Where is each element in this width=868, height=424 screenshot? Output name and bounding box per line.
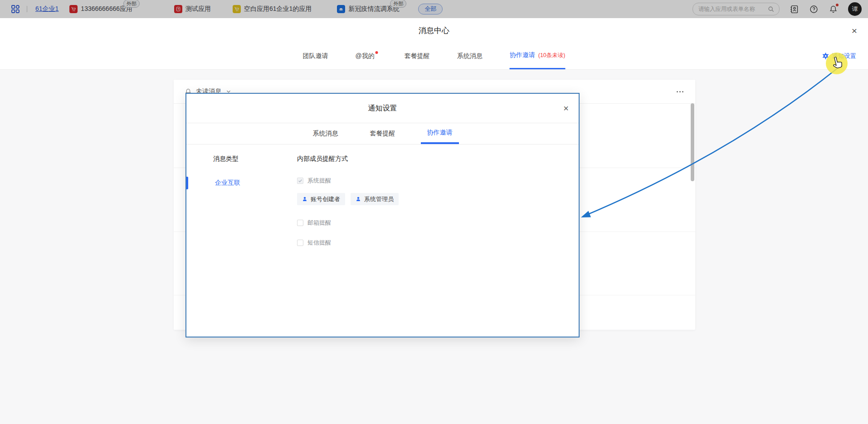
tab-label: 系统消息 [313,130,338,138]
tag-account-creator[interactable]: 账号创建者 [297,193,345,205]
notification-settings-button[interactable]: 通知设置 [822,52,856,60]
tab-at-me[interactable]: @我的 [356,43,377,69]
person-icon [302,196,307,202]
tab-label: 套餐提醒 [405,52,430,60]
tabs-group: 团队邀请 @我的 套餐提醒 系统消息 协作邀请 (10条未读) [303,43,566,69]
tab-label: 协作邀请 [427,129,453,137]
bell-red-dot [836,4,839,6]
more-actions-button[interactable] [676,88,684,95]
option-label: 邮箱提醒 [307,219,331,227]
page-title: 消息中心 [419,25,449,36]
message-center-tabs: 团队邀请 @我的 套餐提醒 系统消息 协作邀请 (10条未读) [0,43,868,70]
external-badge: 外部 [123,0,140,8]
tab-label: @我的 [356,52,375,60]
search-input[interactable] [697,5,767,13]
notification-settings-modal: 通知设置 × 系统消息 套餐提醒 协作邀请 消息类型 企业互联 内部成员提醒方式 [185,93,580,337]
cart-icon [69,5,78,13]
app-label: 测试应用 [185,5,211,13]
tab-label: 团队邀请 [303,52,328,60]
divider [27,6,27,12]
checkbox-checked-disabled[interactable] [297,178,303,184]
column-title: 消息类型 [186,155,297,163]
message-center-header: 消息中心 × [0,18,868,43]
tag-label: 系统管理员 [364,195,394,203]
recipient-tags: 账号创建者 系统管理员 [297,193,579,205]
scrollbar-thumb[interactable] [691,103,694,181]
modal-tab-system-message[interactable]: 系统消息 [307,123,345,144]
person-icon [356,196,361,202]
topbar-left: 61企业1 13366666666应用 外部 测试应用 [6,4,692,14]
modal-tab-collaboration-invite[interactable]: 协作邀请 [421,123,459,144]
dome-icon [337,5,345,13]
gear-icon [822,53,829,59]
app-grid-icon[interactable] [11,5,20,14]
help-icon[interactable] [809,5,819,14]
contacts-icon[interactable] [790,5,799,14]
topbar-app-covid[interactable]: 新冠疫情流调系统 外部 [337,5,399,13]
menu-item-enterprise-link[interactable]: 企业互联 [186,176,297,190]
modal-tabs: 系统消息 套餐提醒 协作邀请 [186,123,579,145]
notification-bell-icon[interactable] [829,5,838,14]
all-apps-pill[interactable]: 全部 [418,4,443,14]
tab-collaboration-invite[interactable]: 协作邀请 (10条未读) [510,43,566,69]
tab-label: 系统消息 [457,52,483,60]
topbar: 61企业1 13366666666应用 外部 测试应用 [0,0,868,18]
tab-label: 协作邀请 [510,51,535,59]
menu-label: 企业互联 [215,179,240,187]
reminder-settings-column: 内部成员提醒方式 系统提醒 账号创建者 [297,145,579,337]
app-search[interactable] [692,3,780,15]
number-7-icon [174,5,182,13]
option-label: 短信提醒 [307,239,331,247]
option-sms-reminder: 短信提醒 [297,239,579,247]
column-title: 内部成员提醒方式 [297,155,579,163]
avatar[interactable]: 谭 [848,2,862,16]
close-icon[interactable]: × [852,26,857,35]
modal-header: 通知设置 × [186,94,579,123]
unread-count: (10条未读) [538,52,566,59]
tag-label: 账号创建者 [311,195,340,203]
topbar-app-blank[interactable]: 空白应用61企业1的应用 [233,5,312,13]
tab-system-message[interactable]: 系统消息 [457,43,483,69]
cart-icon [233,5,241,13]
option-label: 系统提醒 [307,177,331,185]
topbar-right: 谭 [692,2,862,16]
option-email-reminder: 邮箱提醒 [297,219,579,227]
topbar-app-test[interactable]: 测试应用 [174,5,211,13]
search-icon [767,5,775,13]
tab-team-invite[interactable]: 团队邀请 [303,43,328,69]
tab-plan-reminder[interactable]: 套餐提醒 [405,43,430,69]
settings-label: 通知设置 [832,52,856,60]
message-type-column: 消息类型 企业互联 [186,145,297,337]
tag-system-admin[interactable]: 系统管理员 [351,193,399,205]
workspace-link[interactable]: 61企业1 [35,5,59,13]
checkbox-unchecked[interactable] [297,240,303,246]
topbar-app-13366666666[interactable]: 13366666666应用 外部 [69,5,132,13]
active-indicator [186,177,188,189]
checkbox-unchecked[interactable] [297,220,303,226]
unread-dot [375,51,378,54]
tab-label: 套餐提醒 [370,130,395,138]
modal-title: 通知设置 [368,104,397,113]
close-icon[interactable]: × [563,104,569,113]
external-badge: 外部 [390,0,406,8]
app-label: 空白应用61企业1的应用 [244,5,312,13]
modal-tab-plan-reminder[interactable]: 套餐提醒 [364,123,402,144]
option-system-reminder: 系统提醒 [297,177,579,185]
modal-body: 消息类型 企业互联 内部成员提醒方式 系统提醒 [186,145,579,337]
